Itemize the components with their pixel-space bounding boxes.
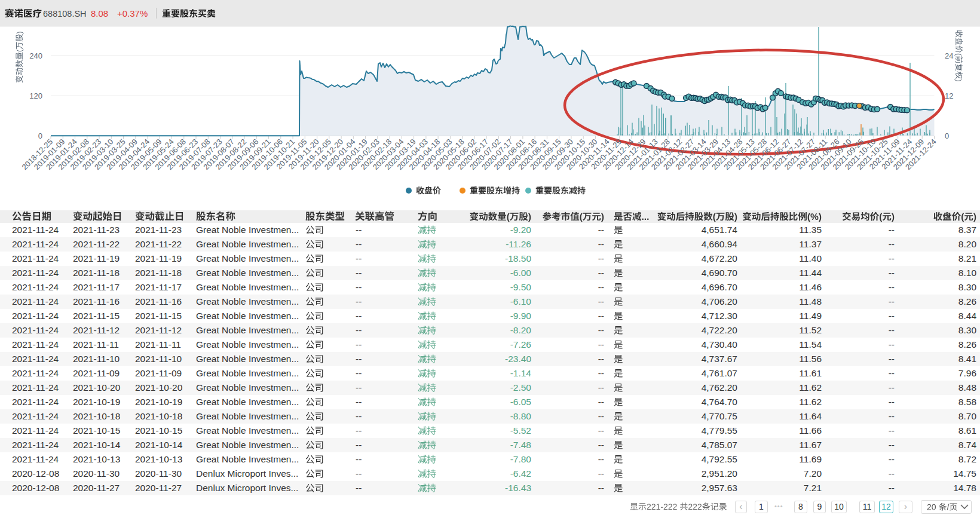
svg-text:8.08: 8.08	[91, 8, 108, 19]
svg-text:+0.37%: +0.37%	[117, 8, 148, 19]
svg-text:120: 120	[29, 91, 42, 100]
svg-text:24: 24	[945, 51, 953, 60]
svg-text:240: 240	[29, 51, 42, 60]
svg-text:0: 0	[945, 131, 949, 140]
svg-text:688108.SH: 688108.SH	[43, 9, 87, 19]
svg-text:0: 0	[38, 131, 42, 140]
svg-text:12: 12	[945, 91, 953, 100]
